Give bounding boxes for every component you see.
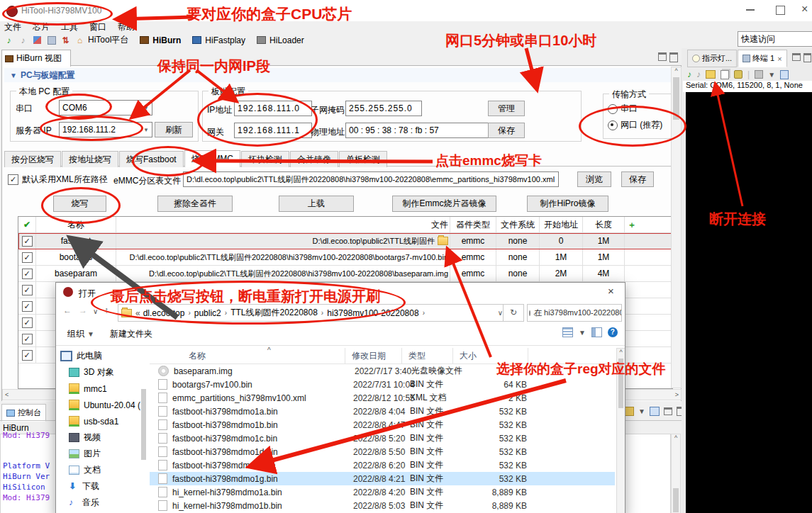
vertical-scrollbar[interactable]: ^ — [671, 67, 682, 388]
breadcrumb-segment[interactable]: TTL线刷固件20220808 — [230, 307, 318, 319]
up-icon[interactable]: ↑ — [104, 305, 109, 315]
board-ip-input[interactable]: 192.168.111.0 — [234, 101, 312, 116]
transfer-arrows-icon[interactable]: ⇅ — [60, 35, 72, 46]
tab-burn-emmc[interactable]: 烧写eMMC — [184, 150, 240, 167]
row-checkbox[interactable]: ✓ — [22, 285, 33, 295]
tab-console[interactable]: 控制台 — [1, 404, 46, 422]
toolbar-hifastplay[interactable]: HiFastplay — [191, 35, 245, 46]
file-row[interactable]: hi_kernel-hi3798mdmo1a.bin2022/8/8 4:20B… — [150, 485, 615, 499]
menu-window[interactable]: 窗口 — [89, 21, 106, 33]
chevron-down-icon[interactable]: ▼ — [638, 407, 645, 415]
serial-port-select[interactable]: COM6 ▼ — [59, 100, 152, 115]
board-save-button[interactable]: 保存 — [488, 123, 525, 138]
breadcrumb[interactable]: « dl.ecoo.top › public2 › TTL线刷固件2022080… — [118, 304, 506, 322]
sidebar-item-ubuntu[interactable]: Ubuntu-20.04 ( — [60, 397, 140, 413]
console-scrollbar[interactable]: ^ — [671, 434, 681, 513]
tab-hiburn-view[interactable]: HiBurn 视图 — [1, 50, 71, 67]
manage-button[interactable]: 管理 — [488, 101, 525, 116]
gateway-input[interactable]: 192.168.111.1 — [234, 123, 312, 138]
view-restore-icon[interactable] — [669, 52, 678, 62]
row-checkbox[interactable]: ✓ — [22, 269, 33, 279]
chevron-down-icon[interactable]: ▼ — [768, 71, 775, 79]
toolbar-hiburn[interactable]: HiBurn — [138, 35, 181, 46]
panel-restore-icon[interactable] — [803, 53, 811, 62]
row-checkbox[interactable]: ✓ — [22, 317, 33, 328]
history-chevron-icon[interactable]: ∨ — [93, 308, 98, 315]
row-checkbox[interactable]: ✓ — [22, 301, 33, 312]
col-name[interactable]: 名称 — [36, 217, 116, 232]
file-row[interactable]: emmc_partitions_hi3798mv100.xml2022/8/12… — [150, 391, 615, 405]
close-tab-icon[interactable]: × — [777, 55, 782, 63]
row-checkbox[interactable]: ✓ — [22, 350, 33, 361]
disconnect-icon[interactable]: ♪ — [17, 35, 29, 46]
breadcrumb-segment[interactable]: hi3798mv100-20220808 — [327, 308, 418, 318]
preview-pane-icon[interactable] — [591, 327, 602, 337]
sidebar-item-mmc1[interactable]: mmc1 — [60, 380, 140, 397]
toolbar-hitool-platform[interactable]: ⌂ HiTool平台 — [74, 34, 128, 46]
col-file-type[interactable]: 类型 — [408, 350, 426, 362]
menu-tools[interactable]: 工具 — [61, 21, 78, 33]
tab-badblock-check[interactable]: 坏块检测 — [241, 151, 289, 167]
menu-help[interactable]: 帮助 — [118, 21, 135, 33]
sidebar-scrollbar[interactable] — [141, 389, 146, 460]
row-checkbox[interactable]: ✓ — [22, 252, 33, 263]
col-file-name[interactable]: 名称 — [150, 350, 345, 362]
new-terminal-icon[interactable] — [780, 70, 789, 79]
sidebar-item-videos[interactable]: 视频 — [60, 429, 140, 446]
clear-terminal-icon[interactable] — [706, 70, 716, 79]
view-minimize-icon[interactable] — [658, 52, 667, 61]
tab-burn-fastboot[interactable]: 烧写Fastboot — [119, 151, 184, 167]
search-input[interactable]: 在 hi3798mv100-2022080... — [527, 304, 622, 322]
table-row[interactable]: ✓ fastboot D:\dl.ecoo.top\public2\TTL线刷固… — [18, 233, 672, 249]
export-log-icon[interactable] — [650, 407, 660, 416]
table-row[interactable]: ✓ baseparam D:\dl.ecoo.top\public2\TTL线刷… — [18, 266, 672, 282]
settings-icon[interactable] — [755, 70, 763, 79]
scroll-right-icon[interactable]: > — [675, 391, 679, 398]
mac-input[interactable]: 00 : 95 : 38 : 78 : fb : 57 — [345, 123, 491, 138]
maximize-button[interactable] — [776, 6, 785, 15]
connect-icon[interactable]: ♪ — [3, 35, 15, 46]
file-row[interactable]: hi_kernel-hi3798mdmo1b.bin2022/8/8 5:03B… — [150, 499, 615, 512]
erase-all-button[interactable]: 擦除全器件 — [157, 196, 233, 212]
file-row[interactable]: fastboot-hi3798mdmo1b.bin2022/8/8 4:47BI… — [150, 418, 615, 432]
refresh-button[interactable]: 刷新 — [155, 122, 193, 137]
refresh-icon[interactable]: ↻ — [503, 304, 524, 322]
tab-board-check[interactable]: 单板检测 — [339, 151, 387, 167]
row-checkbox[interactable]: ✓ — [22, 334, 33, 344]
upload-button[interactable]: 上载 — [279, 196, 354, 212]
sidebar-item-usb-sda1[interactable]: usb-sda1 — [60, 413, 140, 429]
pin-console-icon[interactable] — [624, 407, 634, 416]
terminal-screen[interactable] — [686, 92, 812, 513]
row-checkbox[interactable]: ✓ — [22, 236, 33, 247]
minimize-button[interactable] — [746, 9, 755, 11]
forward-icon[interactable]: → — [79, 305, 87, 315]
col-file[interactable]: 文件 — [116, 217, 450, 232]
server-ip-select[interactable]: 192.168.111.2 ▼ — [59, 122, 152, 137]
lock-scroll-icon[interactable] — [734, 70, 743, 79]
organize-menu[interactable]: 组织▼ — [67, 328, 94, 340]
xml-path-checkbox[interactable]: ✓ 默认采用XML所在路径 — [8, 174, 108, 186]
breadcrumb-segment[interactable]: dl.ecoo.top — [143, 308, 185, 318]
file-row[interactable]: fastboot-hi3798mdmo1c.bin2022/8/8 5:20BI… — [150, 432, 615, 445]
sidebar-item-music[interactable]: ♪音乐 — [60, 495, 140, 511]
make-hipro-image-button[interactable]: 制作HiPro镜像 — [527, 196, 608, 212]
col-file-date[interactable]: 修改日期 — [352, 350, 386, 362]
chevron-down-icon[interactable]: ∨ — [498, 309, 503, 317]
file-row[interactable]: fastboot-hi3798mdmo1d.bin2022/8/8 5:50BI… — [150, 445, 615, 458]
add-row-icon[interactable]: ＋ — [625, 217, 672, 232]
layers-icon[interactable] — [31, 35, 43, 46]
make-emmc-image-button[interactable]: 制作Emmc烧片器镜像 — [392, 196, 496, 212]
sidebar-item-documents[interactable]: 文档 — [60, 462, 140, 478]
col-fs[interactable]: 文件系统 — [496, 217, 540, 232]
sidebar-item-3d-objects[interactable]: 3D 对象 — [60, 364, 140, 380]
help-icon[interactable]: ? — [608, 327, 618, 337]
tab-merge-image[interactable]: 合并镜像 — [290, 151, 338, 167]
copy-icon[interactable] — [721, 70, 729, 79]
new-folder-button[interactable]: 新建文件夹 — [110, 328, 152, 340]
quick-access-input[interactable]: 快速访问 — [738, 31, 812, 47]
close-button[interactable]: × — [801, 3, 808, 16]
file-row[interactable]: fastboot-hi3798mdmo1a.bin2022/8/8 4:04BI… — [150, 405, 615, 418]
file-row-selected[interactable]: fastboot-hi3798mdmo1g.bin2022/8/8 4:21BI… — [150, 472, 615, 485]
menu-file[interactable]: 文件 — [4, 21, 21, 33]
toolbar-hiloader[interactable]: HiLoader — [255, 35, 304, 46]
